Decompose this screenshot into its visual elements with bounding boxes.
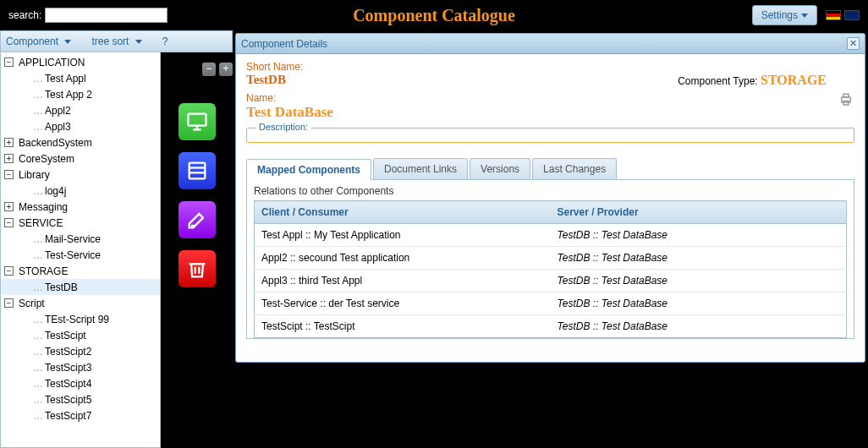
svg-rect-0 [188, 114, 206, 126]
delete-tile-button[interactable] [179, 250, 216, 287]
collapse-icon[interactable]: − [4, 218, 14, 227]
settings-button[interactable]: Settings [752, 5, 817, 25]
chevron-down-icon [801, 14, 808, 18]
tab-versions[interactable]: Versions [470, 158, 530, 179]
tree-item-label: TestScipt3 [45, 362, 91, 374]
tree-item-label: Mail-Service [45, 233, 101, 245]
component-tree[interactable]: −APPLICATION…Test Appl…Test App 2…Appl2…… [0, 52, 161, 448]
table-row[interactable]: TestScipt :: TestSciptTestDB :: Test Dat… [255, 315, 847, 338]
tree-category[interactable]: +Messaging [1, 199, 160, 215]
col-client[interactable]: Client / Consumer [255, 201, 551, 224]
tab-mapped-components[interactable]: Mapped Components [246, 159, 371, 180]
expand-all-button[interactable]: + [219, 63, 233, 76]
tree-item[interactable]: …Test-Service [1, 247, 160, 263]
tree-item-label: TEst-Script 99 [45, 314, 109, 325]
description-box: Description: [246, 128, 854, 143]
name-label: Name: [246, 92, 854, 104]
tree-item[interactable]: …TestScipt5 [1, 391, 160, 407]
tree-item-label: TestDB [45, 281, 78, 293]
tree-item[interactable]: …TestDB [1, 279, 160, 295]
tree-dots-icon: … [33, 330, 43, 341]
flag-germany-icon[interactable] [826, 10, 841, 20]
collapse-icon[interactable]: − [4, 298, 14, 308]
tree-category[interactable]: +BackendSystem [1, 134, 160, 150]
tree-dots-icon: … [33, 378, 43, 390]
tree-item-label: TestScipt7 [45, 410, 91, 422]
expand-icon[interactable]: + [4, 202, 14, 211]
monitor-tile-button[interactable] [179, 103, 216, 140]
print-icon[interactable] [838, 92, 854, 110]
tree-toolbar: Component tree sort ? [0, 30, 233, 52]
tree-sort-label: tree sort [91, 36, 129, 47]
tree-item[interactable]: …log4j [1, 183, 160, 199]
tree-dots-icon: … [33, 233, 43, 245]
table-row[interactable]: Appl2 :: secound Test applicationTestDB … [255, 247, 847, 270]
search-label: search: [8, 9, 41, 21]
tree-category-label: STORAGE [19, 265, 68, 277]
tree-dots-icon: … [33, 73, 43, 85]
chevron-down-icon [135, 40, 142, 44]
cell-server: TestDB :: Test DataBase [551, 270, 847, 292]
tree-item[interactable]: …TestScipt [1, 327, 160, 343]
collapse-icon[interactable]: − [4, 170, 14, 179]
cell-client: Test Appl :: My Test Application [255, 224, 551, 247]
tree-item[interactable]: …TestScipt2 [1, 343, 160, 359]
component-details-panel: Component Details ✕ Short Name: TestDB C… [235, 33, 865, 363]
tree-item[interactable]: …TEst-Script 99 [1, 311, 160, 327]
chevron-down-icon [64, 40, 71, 44]
relations-table: Client / Consumer Server / Provider Test… [254, 200, 847, 338]
tab-document-links[interactable]: Document Links [373, 158, 468, 179]
tree-category[interactable]: −Script [1, 295, 160, 311]
table-row[interactable]: Test-Service :: der Test serviceTestDB :… [255, 292, 847, 315]
tree-dots-icon: … [33, 346, 43, 358]
tree-item[interactable]: …Test Appl [1, 70, 160, 86]
tree-dots-icon: … [33, 281, 43, 293]
settings-label: Settings [761, 9, 798, 21]
expand-icon[interactable]: + [4, 154, 14, 163]
svg-rect-3 [189, 163, 205, 179]
tree-dots-icon: … [33, 410, 43, 422]
tree-category[interactable]: −STORAGE [1, 263, 160, 279]
tree-item[interactable]: …Test App 2 [1, 86, 160, 102]
cell-server: TestDB :: Test DataBase [551, 224, 847, 247]
tab-last-changes[interactable]: Last Changes [532, 158, 617, 179]
tree-dots-icon: … [33, 89, 43, 101]
tree-category-label: Library [19, 169, 50, 181]
cell-client: Appl2 :: secound Test application [255, 247, 551, 270]
tree-item[interactable]: …TestScipt4 [1, 375, 160, 391]
tree-item[interactable]: …TestScipt7 [1, 407, 160, 423]
tree-dots-icon: … [33, 362, 43, 374]
tree-category[interactable]: +CoreSystem [1, 150, 160, 167]
tree-category-label: Messaging [19, 201, 68, 213]
edit-tile-button[interactable] [179, 201, 216, 238]
table-row[interactable]: Appl3 :: third Test ApplTestDB :: Test D… [255, 270, 847, 292]
tree-item[interactable]: …TestScipt3 [1, 359, 160, 375]
collapse-icon[interactable]: − [4, 57, 14, 67]
expand-icon[interactable]: + [4, 138, 14, 147]
panel-title: Component Details [241, 38, 327, 50]
cell-server: TestDB :: Test DataBase [551, 247, 847, 270]
tree-item[interactable]: …Appl2 [1, 102, 160, 118]
relations-title: Relations to other Components [254, 185, 847, 197]
tree-category-label: BackendSystem [19, 137, 92, 149]
component-type-value: STORAGE [761, 73, 827, 87]
collapse-icon[interactable]: − [4, 266, 14, 276]
tree-category-label: SERVICE [19, 217, 63, 229]
tree-item[interactable]: …Mail-Service [1, 231, 160, 247]
tree-category[interactable]: −SERVICE [1, 215, 160, 231]
tree-category[interactable]: −Library [1, 167, 160, 183]
table-row[interactable]: Test Appl :: My Test ApplicationTestDB :… [255, 224, 847, 247]
close-icon[interactable]: ✕ [847, 37, 860, 50]
list-tile-button[interactable] [179, 152, 216, 189]
component-menu-button[interactable]: Component [6, 36, 71, 47]
flag-uk-icon[interactable] [844, 10, 860, 20]
tree-category[interactable]: −APPLICATION [1, 54, 160, 70]
tree-item[interactable]: …Appl3 [1, 118, 160, 134]
tree-sort-menu-button[interactable]: tree sort [91, 36, 141, 47]
help-button[interactable]: ? [162, 36, 168, 47]
tree-dots-icon: … [33, 394, 43, 406]
search-input[interactable] [45, 8, 168, 23]
tree-item-label: TestScipt2 [45, 346, 91, 358]
col-server[interactable]: Server / Provider [551, 201, 847, 224]
collapse-all-button[interactable]: − [202, 63, 216, 76]
